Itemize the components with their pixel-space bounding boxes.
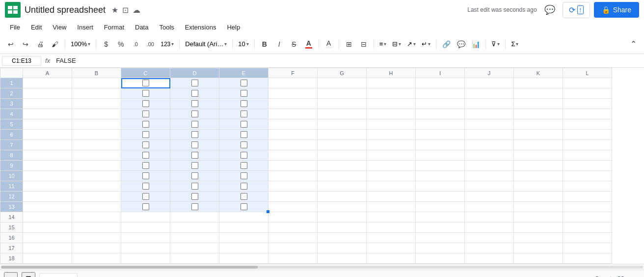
cell-K5[interactable] [514,119,563,130]
cell-A5[interactable] [23,119,72,130]
cell-I16[interactable] [416,233,465,243]
link-button[interactable]: 🔗 [439,37,453,51]
cell-K12[interactable] [514,192,563,202]
cell-I9[interactable] [416,161,465,171]
cell-L3[interactable] [563,99,612,109]
cell-E12[interactable] [219,192,268,202]
star-icon[interactable]: ★ [111,5,118,15]
cell-C13[interactable] [121,202,170,212]
cell-A6[interactable] [23,130,72,140]
cell-J8[interactable] [465,150,514,161]
cell-A7[interactable] [23,140,72,150]
cell-H7[interactable] [367,140,416,150]
cell-E11[interactable] [219,181,268,192]
cell-K1[interactable] [514,78,563,88]
row-header-1[interactable]: 1 [0,78,23,88]
cell-J10[interactable] [465,171,514,181]
cell-C5[interactable] [121,119,170,130]
cell-H3[interactable] [367,99,416,109]
cell-J18[interactable] [465,253,514,264]
row-header-9[interactable]: 9 [0,161,23,171]
cell-F5[interactable] [268,119,318,130]
cell-L15[interactable] [563,222,612,233]
cell-B6[interactable] [72,130,121,140]
horizontal-scrollbar[interactable] [0,264,644,270]
menu-view[interactable]: View [48,22,71,33]
redo-button[interactable]: ↪ [19,37,32,51]
cell-H17[interactable] [367,243,416,253]
italic-button[interactable]: I [272,37,286,51]
cell-H12[interactable] [367,192,416,202]
col-header-a[interactable]: A [23,68,72,78]
cell-I12[interactable] [416,192,465,202]
cell-B16[interactable] [72,233,121,243]
cell-C2[interactable] [121,88,170,99]
cell-J15[interactable] [465,222,514,233]
cell-I8[interactable] [416,150,465,161]
menu-data[interactable]: Data [130,22,153,33]
cell-B1[interactable] [72,78,121,88]
cell-C11[interactable] [121,181,170,192]
cell-G18[interactable] [318,253,367,264]
cell-J1[interactable] [465,78,514,88]
cell-L14[interactable] [563,212,612,222]
cell-A15[interactable] [23,222,72,233]
cell-H13[interactable] [367,202,416,212]
cell-F11[interactable] [268,181,318,192]
cell-C4[interactable] [121,109,170,119]
share-button[interactable]: 🔒 Share [594,2,639,18]
paint-format-button[interactable]: 🖌 [48,37,62,51]
cell-K6[interactable] [514,130,563,140]
font-family-dropdown[interactable]: Default (Ari… ▾ [183,39,229,49]
cell-B13[interactable] [72,202,121,212]
cell-J2[interactable] [465,88,514,99]
cell-L7[interactable] [563,140,612,150]
row-header-18[interactable]: 18 [0,253,23,264]
cell-G14[interactable] [318,212,367,222]
cell-G12[interactable] [318,192,367,202]
row-header-3[interactable]: 3 [0,99,23,109]
cell-F15[interactable] [268,222,318,233]
cell-E7[interactable] [219,140,268,150]
spreadsheet-title[interactable]: Untitled spreadsheet [25,5,106,15]
col-header-j[interactable]: J [465,68,514,78]
cell-G16[interactable] [318,233,367,243]
cell-J14[interactable] [465,212,514,222]
cell-A12[interactable] [23,192,72,202]
cell-G11[interactable] [318,181,367,192]
cell-E2[interactable] [219,88,268,99]
col-header-i[interactable]: I [416,68,465,78]
cell-K4[interactable] [514,109,563,119]
cell-L17[interactable] [563,243,612,253]
cell-C12[interactable] [121,192,170,202]
cell-C10[interactable] [121,171,170,181]
cell-E15[interactable] [219,222,268,233]
cell-F13[interactable] [268,202,318,212]
cell-A17[interactable] [23,243,72,253]
decimal-more-button[interactable]: .00 [143,37,157,51]
cell-E8[interactable] [219,150,268,161]
cell-D18[interactable] [170,253,219,264]
cell-B15[interactable] [72,222,121,233]
cell-E1[interactable] [219,78,268,88]
corner-cell[interactable] [0,68,23,78]
cell-D14[interactable] [170,212,219,222]
cell-F7[interactable] [268,140,318,150]
cell-J13[interactable] [465,202,514,212]
menu-edit[interactable]: Edit [26,22,47,33]
chart-button[interactable]: 📊 [469,37,483,51]
add-sheet-button[interactable]: ＋ [4,272,18,277]
row-header-8[interactable]: 8 [0,150,23,161]
cell-L12[interactable] [563,192,612,202]
rotate-dropdown[interactable]: ↗ ▾ [404,39,418,49]
cell-C9[interactable] [121,161,170,171]
merge-button[interactable]: ⊟ [357,37,371,51]
col-header-e[interactable]: E [219,68,268,78]
cell-I14[interactable] [416,212,465,222]
cell-C16[interactable] [121,233,170,243]
row-header-10[interactable]: 10 [0,171,23,181]
cell-K7[interactable] [514,140,563,150]
cell-I6[interactable] [416,130,465,140]
cell-A2[interactable] [23,88,72,99]
cell-K18[interactable] [514,253,563,264]
